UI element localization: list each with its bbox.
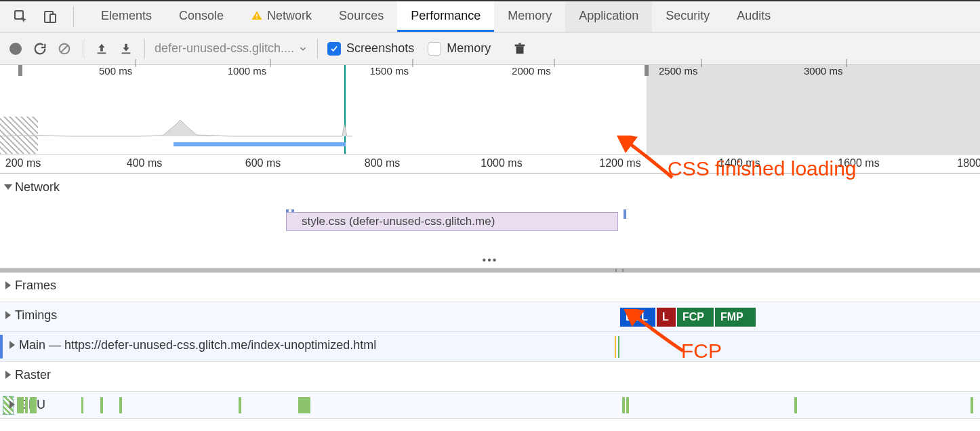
main-marker-yellow — [615, 336, 616, 358]
gpu-segment[interactable] — [626, 397, 629, 413]
detail-tick: 800 ms — [365, 157, 400, 169]
gpu-segment[interactable] — [971, 397, 973, 413]
gpu-segment[interactable] — [119, 397, 122, 413]
tab-performance[interactable]: Performance — [397, 1, 494, 32]
devtools-tabs: Elements Console Network Sources Perform… — [87, 1, 784, 32]
overview-fps-curve — [0, 117, 352, 138]
disclosure-icon[interactable] — [9, 401, 15, 409]
overview-tick: 1500 ms — [369, 65, 409, 77]
upload-profile-button[interactable] — [93, 40, 110, 58]
svg-rect-9 — [516, 46, 524, 54]
device-toggle-icon[interactable] — [42, 8, 60, 26]
main-marker-green — [618, 336, 619, 358]
svg-rect-8 — [122, 52, 131, 54]
disclosure-icon[interactable] — [5, 281, 11, 289]
tab-audits[interactable]: Audits — [723, 1, 784, 32]
detail-tick: 1800 ms — [957, 157, 980, 169]
overview-marker-line — [344, 65, 346, 154]
network-track[interactable]: Network style.css (defer-unused-css.glit… — [0, 173, 980, 268]
devtools-tab-bar: Elements Console Network Sources Perform… — [0, 0, 980, 33]
detail-tick: 1000 ms — [481, 157, 522, 169]
svg-line-6 — [61, 45, 68, 52]
overview-handle-left[interactable] — [18, 65, 22, 76]
warning-icon — [251, 9, 263, 22]
disclosure-icon[interactable] — [9, 341, 15, 349]
svg-rect-2 — [50, 14, 56, 22]
annotation-css-finished: CSS finished loading — [668, 157, 857, 180]
memory-checkbox[interactable]: Memory — [428, 41, 491, 56]
gpu-segment[interactable] — [30, 397, 37, 413]
detail-tick: 200 ms — [5, 157, 41, 169]
disclosure-icon[interactable] — [5, 371, 11, 379]
svg-rect-3 — [256, 14, 258, 17]
arrow-icon — [624, 309, 691, 363]
tab-sources[interactable]: Sources — [325, 1, 397, 32]
checkbox-checked-icon — [327, 42, 341, 56]
detail-tick: 600 ms — [245, 157, 281, 169]
gpu-segment[interactable] — [81, 397, 83, 413]
reload-button[interactable] — [31, 40, 49, 58]
tab-bar-icons — [0, 1, 73, 32]
delete-profile-button[interactable] — [511, 40, 529, 58]
timing-pill-fmp[interactable]: FMP — [715, 308, 756, 327]
gpu-segment[interactable] — [100, 397, 103, 413]
tab-console[interactable]: Console — [165, 1, 237, 32]
flame-chart-tracks: Network style.css (defer-unused-css.glit… — [0, 173, 980, 419]
disclosure-icon[interactable] — [5, 311, 11, 319]
arrow-icon — [617, 136, 678, 183]
network-request-bar[interactable]: style.css (defer-unused-css.glitch.me) — [286, 212, 618, 231]
overview-handle-right[interactable] — [645, 65, 649, 76]
svg-rect-11 — [518, 43, 521, 44]
gpu-segment[interactable] — [298, 397, 310, 413]
chevron-down-icon — [298, 44, 308, 54]
frames-track[interactable]: Frames — [0, 272, 980, 302]
svg-rect-10 — [515, 44, 525, 46]
disclosure-icon[interactable] — [4, 184, 12, 190]
overview-tick: 1000 ms — [228, 65, 267, 77]
gpu-segment[interactable] — [17, 397, 24, 413]
main-track[interactable]: Main — https://defer-unused-css.glitch.m… — [0, 332, 980, 362]
download-profile-button[interactable] — [117, 40, 135, 58]
record-button[interactable] — [7, 40, 24, 58]
tab-memory[interactable]: Memory — [494, 1, 565, 32]
tab-security[interactable]: Security — [652, 1, 723, 32]
tab-elements[interactable]: Elements — [87, 1, 165, 32]
ellipsis-icon[interactable]: ••• — [483, 254, 498, 266]
overview-tick: 2000 ms — [512, 65, 551, 77]
clear-button[interactable] — [56, 40, 73, 58]
tab-application[interactable]: Application — [565, 1, 652, 32]
overview-tick: 500 ms — [99, 65, 132, 77]
timings-track[interactable]: Timings DCLLFCPFMP — [0, 302, 980, 332]
network-end-tick — [624, 209, 626, 219]
overview-timeline[interactable]: 500 ms1000 ms1500 ms2000 ms2500 ms3000 m… — [0, 65, 980, 155]
recording-selector[interactable]: defer-unused-css.glitch.... — [155, 41, 308, 56]
overview-network-bar — [173, 142, 346, 146]
main-track-stripe — [0, 335, 3, 358]
gpu-segment[interactable] — [794, 397, 797, 413]
tab-network[interactable]: Network — [237, 1, 325, 32]
gpu-segment[interactable] — [25, 397, 28, 413]
performance-toolbar: defer-unused-css.glitch.... Screenshots … — [0, 33, 980, 65]
checkbox-unchecked-icon — [428, 42, 441, 56]
gpu-segment[interactable] — [239, 397, 241, 413]
raster-track[interactable]: Raster — [0, 362, 980, 392]
inspect-element-icon[interactable] — [12, 8, 30, 26]
gpu-track[interactable]: GPU — [0, 392, 980, 419]
svg-rect-7 — [98, 52, 106, 54]
screenshots-checkbox[interactable]: Screenshots — [327, 41, 414, 56]
gpu-segment[interactable] — [622, 397, 625, 413]
svg-rect-4 — [256, 18, 258, 19]
overview-dim-right — [647, 65, 980, 154]
detail-tick: 400 ms — [127, 157, 162, 169]
